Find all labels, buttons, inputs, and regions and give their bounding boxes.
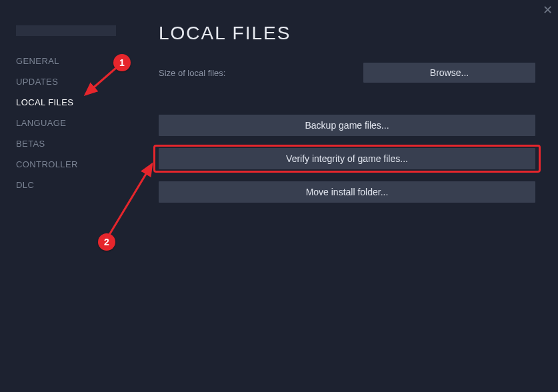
annotation-badge-1: 1 [113, 54, 131, 71]
size-of-local-files-label: Size of local files: [159, 68, 225, 78]
page-title: LOCAL FILES [159, 23, 535, 44]
sidebar-item-controller[interactable]: CONTROLLER [16, 154, 140, 175]
properties-window: ✕ GENERAL UPDATES LOCAL FILES LANGUAGE B… [0, 0, 558, 392]
sidebar-item-updates[interactable]: UPDATES [16, 71, 140, 92]
size-row: Size of local files: Browse... [159, 63, 535, 83]
sidebar-item-dlc[interactable]: DLC [16, 175, 140, 195]
verify-button-wrap: Verify integrity of game files... [159, 148, 535, 169]
browse-button[interactable]: Browse... [363, 63, 535, 83]
sidebar-item-local-files[interactable]: LOCAL FILES [16, 92, 140, 113]
sidebar-item-language[interactable]: LANGUAGE [16, 113, 140, 133]
close-icon[interactable]: ✕ [543, 4, 553, 16]
game-title-placeholder [16, 25, 116, 36]
sidebar-item-betas[interactable]: BETAS [16, 133, 140, 154]
annotation-badge-2: 2 [98, 233, 115, 251]
verify-integrity-button[interactable]: Verify integrity of game files... [159, 148, 535, 169]
move-install-folder-button[interactable]: Move install folder... [159, 181, 535, 203]
main-panel: LOCAL FILES Size of local files: Browse.… [140, 0, 558, 392]
backup-game-files-button[interactable]: Backup game files... [159, 115, 535, 136]
